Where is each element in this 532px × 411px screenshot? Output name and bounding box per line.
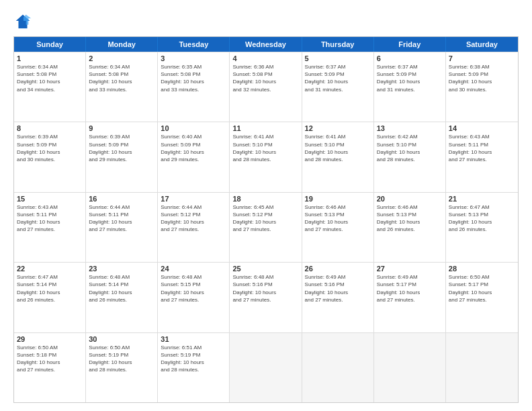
day-number: 30 xyxy=(89,335,154,343)
week-row-3: 22Sunrise: 6:47 AM Sunset: 5:14 PM Dayli… xyxy=(14,262,518,332)
day-cell-10: 10Sunrise: 6:40 AM Sunset: 5:09 PM Dayli… xyxy=(158,122,230,191)
empty-cell xyxy=(374,333,446,402)
day-cell-20: 20Sunrise: 6:46 AM Sunset: 5:13 PM Dayli… xyxy=(374,193,446,262)
day-info: Sunrise: 6:47 AM Sunset: 5:14 PM Dayligh… xyxy=(17,273,83,304)
day-number: 23 xyxy=(89,265,154,273)
day-info: Sunrise: 6:36 AM Sunset: 5:08 PM Dayligh… xyxy=(232,63,298,93)
empty-cell xyxy=(302,333,374,402)
day-cell-12: 12Sunrise: 6:41 AM Sunset: 5:10 PM Dayli… xyxy=(302,122,374,191)
day-number: 14 xyxy=(449,124,515,132)
day-cell-22: 22Sunrise: 6:47 AM Sunset: 5:14 PM Dayli… xyxy=(14,263,86,332)
day-info: Sunrise: 6:49 AM Sunset: 5:17 PM Dayligh… xyxy=(377,273,443,304)
day-number: 29 xyxy=(17,335,83,343)
day-number: 9 xyxy=(89,124,154,132)
day-cell-9: 9Sunrise: 6:39 AM Sunset: 5:09 PM Daylig… xyxy=(86,122,158,191)
day-info: Sunrise: 6:41 AM Sunset: 5:10 PM Dayligh… xyxy=(232,133,298,163)
empty-cell xyxy=(230,333,302,402)
day-number: 17 xyxy=(161,195,226,203)
day-number: 15 xyxy=(17,195,83,203)
week-row-1: 8Sunrise: 6:39 AM Sunset: 5:09 PM Daylig… xyxy=(14,122,518,191)
header-day-wednesday: Wednesday xyxy=(230,37,302,52)
day-cell-5: 5Sunrise: 6:37 AM Sunset: 5:09 PM Daylig… xyxy=(302,52,374,122)
day-info: Sunrise: 6:47 AM Sunset: 5:13 PM Dayligh… xyxy=(449,203,515,234)
day-number: 8 xyxy=(17,124,83,132)
day-info: Sunrise: 6:49 AM Sunset: 5:16 PM Dayligh… xyxy=(305,273,371,304)
day-number: 3 xyxy=(161,54,226,62)
day-number: 7 xyxy=(449,54,515,62)
day-info: Sunrise: 6:43 AM Sunset: 5:11 PM Dayligh… xyxy=(449,133,515,163)
day-info: Sunrise: 6:50 AM Sunset: 5:18 PM Dayligh… xyxy=(17,344,83,374)
day-info: Sunrise: 6:37 AM Sunset: 5:09 PM Dayligh… xyxy=(377,63,443,93)
calendar: SundayMondayTuesdayWednesdayThursdayFrid… xyxy=(13,36,519,403)
day-info: Sunrise: 6:41 AM Sunset: 5:10 PM Dayligh… xyxy=(305,133,371,163)
day-cell-28: 28Sunrise: 6:50 AM Sunset: 5:17 PM Dayli… xyxy=(446,263,518,332)
day-cell-29: 29Sunrise: 6:50 AM Sunset: 5:18 PM Dayli… xyxy=(14,333,86,402)
day-number: 20 xyxy=(377,195,443,203)
day-info: Sunrise: 6:43 AM Sunset: 5:11 PM Dayligh… xyxy=(17,203,83,234)
day-number: 6 xyxy=(377,54,443,62)
day-info: Sunrise: 6:51 AM Sunset: 5:19 PM Dayligh… xyxy=(161,344,226,374)
day-info: Sunrise: 6:45 AM Sunset: 5:12 PM Dayligh… xyxy=(232,203,298,234)
day-info: Sunrise: 6:50 AM Sunset: 5:17 PM Dayligh… xyxy=(449,273,515,304)
day-cell-26: 26Sunrise: 6:49 AM Sunset: 5:16 PM Dayli… xyxy=(302,263,374,332)
day-number: 26 xyxy=(305,265,371,273)
day-cell-31: 31Sunrise: 6:51 AM Sunset: 5:19 PM Dayli… xyxy=(158,333,230,402)
header-day-tuesday: Tuesday xyxy=(158,37,230,52)
day-number: 13 xyxy=(377,124,443,132)
header xyxy=(13,12,519,31)
header-day-saturday: Saturday xyxy=(446,37,518,52)
day-cell-2: 2Sunrise: 6:34 AM Sunset: 5:08 PM Daylig… xyxy=(86,52,158,122)
day-info: Sunrise: 6:35 AM Sunset: 5:08 PM Dayligh… xyxy=(161,63,226,93)
day-number: 28 xyxy=(449,265,515,273)
day-number: 21 xyxy=(449,195,515,203)
day-cell-24: 24Sunrise: 6:48 AM Sunset: 5:15 PM Dayli… xyxy=(158,263,230,332)
day-number: 24 xyxy=(161,265,226,273)
day-cell-3: 3Sunrise: 6:35 AM Sunset: 5:08 PM Daylig… xyxy=(158,52,230,122)
day-number: 5 xyxy=(305,54,371,62)
day-cell-11: 11Sunrise: 6:41 AM Sunset: 5:10 PM Dayli… xyxy=(230,122,302,191)
day-info: Sunrise: 6:48 AM Sunset: 5:16 PM Dayligh… xyxy=(232,273,298,304)
day-cell-18: 18Sunrise: 6:45 AM Sunset: 5:12 PM Dayli… xyxy=(230,193,302,262)
day-cell-7: 7Sunrise: 6:38 AM Sunset: 5:09 PM Daylig… xyxy=(446,52,518,122)
day-number: 10 xyxy=(161,124,226,132)
day-info: Sunrise: 6:39 AM Sunset: 5:09 PM Dayligh… xyxy=(89,133,154,163)
day-cell-16: 16Sunrise: 6:44 AM Sunset: 5:11 PM Dayli… xyxy=(86,193,158,262)
day-info: Sunrise: 6:40 AM Sunset: 5:09 PM Dayligh… xyxy=(161,133,226,163)
logo-icon xyxy=(13,12,32,31)
day-info: Sunrise: 6:34 AM Sunset: 5:08 PM Dayligh… xyxy=(17,63,83,93)
day-number: 12 xyxy=(305,124,371,132)
day-number: 22 xyxy=(17,265,83,273)
day-info: Sunrise: 6:44 AM Sunset: 5:12 PM Dayligh… xyxy=(161,203,226,234)
day-cell-25: 25Sunrise: 6:48 AM Sunset: 5:16 PM Dayli… xyxy=(230,263,302,332)
header-day-monday: Monday xyxy=(86,37,158,52)
day-cell-15: 15Sunrise: 6:43 AM Sunset: 5:11 PM Dayli… xyxy=(14,193,86,262)
day-info: Sunrise: 6:37 AM Sunset: 5:09 PM Dayligh… xyxy=(305,63,371,93)
day-info: Sunrise: 6:34 AM Sunset: 5:08 PM Dayligh… xyxy=(89,63,154,93)
week-row-4: 29Sunrise: 6:50 AM Sunset: 5:18 PM Dayli… xyxy=(14,332,518,402)
page: SundayMondayTuesdayWednesdayThursdayFrid… xyxy=(0,0,532,411)
day-number: 27 xyxy=(377,265,443,273)
header-day-friday: Friday xyxy=(374,37,446,52)
logo xyxy=(13,12,35,31)
day-info: Sunrise: 6:42 AM Sunset: 5:10 PM Dayligh… xyxy=(377,133,443,163)
day-cell-4: 4Sunrise: 6:36 AM Sunset: 5:08 PM Daylig… xyxy=(230,52,302,122)
day-number: 11 xyxy=(232,124,298,132)
day-number: 25 xyxy=(232,265,298,273)
day-number: 19 xyxy=(305,195,371,203)
day-number: 2 xyxy=(89,54,154,62)
header-day-thursday: Thursday xyxy=(302,37,374,52)
day-number: 18 xyxy=(232,195,298,203)
day-info: Sunrise: 6:50 AM Sunset: 5:19 PM Dayligh… xyxy=(89,344,154,374)
day-info: Sunrise: 6:48 AM Sunset: 5:14 PM Dayligh… xyxy=(89,273,154,304)
day-number: 31 xyxy=(161,335,226,343)
day-info: Sunrise: 6:46 AM Sunset: 5:13 PM Dayligh… xyxy=(305,203,371,234)
day-info: Sunrise: 6:38 AM Sunset: 5:09 PM Dayligh… xyxy=(449,63,515,93)
empty-cell xyxy=(446,333,518,402)
header-day-sunday: Sunday xyxy=(14,37,86,52)
day-cell-27: 27Sunrise: 6:49 AM Sunset: 5:17 PM Dayli… xyxy=(374,263,446,332)
day-cell-19: 19Sunrise: 6:46 AM Sunset: 5:13 PM Dayli… xyxy=(302,193,374,262)
calendar-body: 1Sunrise: 6:34 AM Sunset: 5:08 PM Daylig… xyxy=(14,52,518,402)
day-number: 1 xyxy=(17,54,83,62)
day-info: Sunrise: 6:46 AM Sunset: 5:13 PM Dayligh… xyxy=(377,203,443,234)
day-cell-21: 21Sunrise: 6:47 AM Sunset: 5:13 PM Dayli… xyxy=(446,193,518,262)
